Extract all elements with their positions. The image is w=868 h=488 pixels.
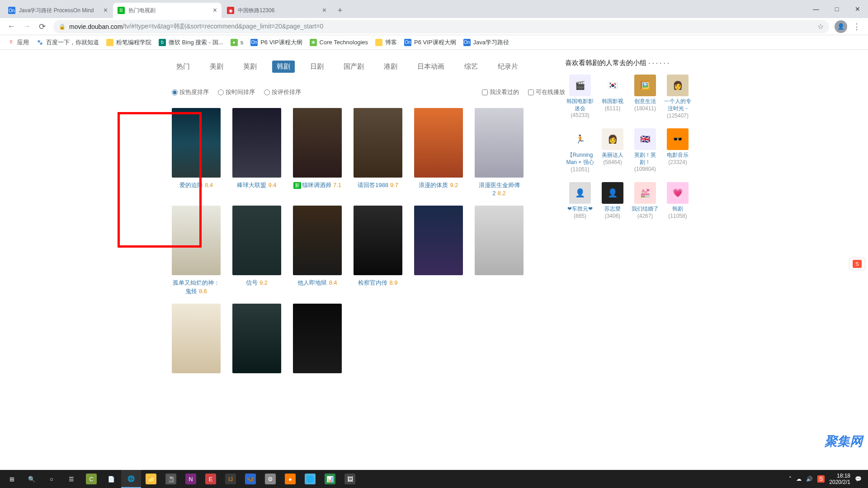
bookmark-star-icon[interactable]: ☆	[817, 22, 824, 31]
sidebar-group[interactable]: 🎬韩国电影影迷会 (45233)	[565, 75, 595, 118]
close-window-button[interactable]: ✕	[847, 0, 868, 18]
tv-card[interactable]: 信号9.2	[232, 206, 281, 295]
tab-close-icon[interactable]: ×	[213, 6, 217, 14]
new-tab-button[interactable]: +	[334, 4, 346, 17]
sidebar-group[interactable]: 💒我们结婚了 (4267)	[630, 182, 660, 219]
bookmark-item[interactable]: 博客	[372, 36, 401, 49]
reload-button[interactable]: ⟳	[34, 19, 50, 34]
card-poster[interactable]	[354, 108, 402, 178]
sort-option[interactable]: 按热度排序	[172, 88, 209, 96]
card-poster[interactable]	[293, 108, 342, 178]
sidebar-group[interactable]: 🖼️创意生活 (180411)	[630, 75, 660, 112]
card-title-link[interactable]: 棒球大联盟	[237, 182, 266, 188]
taskbar-app-button[interactable]: 📁	[141, 470, 161, 488]
filter-playable[interactable]: 可在线播放	[528, 88, 565, 96]
taskbar-app-button[interactable]: ⊞	[2, 470, 22, 488]
category-tab[interactable]: 日本动画	[413, 61, 449, 73]
maximize-button[interactable]: □	[826, 0, 847, 18]
card-title-link[interactable]: 检察官内传	[358, 279, 387, 286]
taskbar-app-button[interactable]: 📓	[161, 470, 181, 488]
tab-close-icon[interactable]: ×	[322, 6, 326, 14]
tv-card[interactable]	[475, 206, 524, 295]
card-poster[interactable]	[172, 206, 221, 275]
taskbar-app-button[interactable]: 📄	[101, 470, 121, 488]
group-name-link[interactable]: 英剧！英剧！	[630, 152, 660, 166]
sidebar-group[interactable]: 👩一个人的专注时光 - 又... (125407)	[663, 75, 693, 119]
tv-card[interactable]	[293, 304, 342, 373]
category-tab[interactable]: 美剧	[205, 61, 228, 73]
card-title-link[interactable]: 信号	[246, 279, 258, 286]
sort-radio[interactable]	[172, 89, 178, 95]
sidebar-group[interactable]: 👤❤车胜元❤ (885)	[565, 182, 595, 219]
tv-card[interactable]	[172, 304, 221, 373]
taskbar-app-button[interactable]: ⚙	[260, 470, 280, 488]
card-title-link[interactable]: 爱的迫降	[179, 182, 203, 188]
taskbar-app-button[interactable]: 📊	[320, 470, 340, 488]
bookmark-item[interactable]: ❀Core Technologies	[306, 36, 372, 49]
bookmark-item[interactable]: OnP6 VIP课程大纲	[401, 36, 459, 49]
group-name-link[interactable]: 电影音乐	[663, 152, 693, 159]
category-tab[interactable]: 英剧	[239, 61, 261, 73]
card-poster[interactable]	[172, 108, 221, 178]
card-poster[interactable]	[232, 108, 281, 178]
tv-card[interactable]: 浪漫医生金师傅28.2	[475, 108, 524, 197]
tv-card[interactable]: 爱的迫降8.4	[172, 108, 221, 197]
tv-card[interactable]: 检察官内传8.9	[354, 206, 402, 295]
tv-card[interactable]	[414, 206, 463, 295]
card-title-link[interactable]: 孤单又灿烂的神：鬼怪	[173, 279, 220, 294]
tray-cloud-icon[interactable]: ☁	[796, 476, 802, 482]
tv-card[interactable]: 新猫咪调酒师7.1	[293, 108, 342, 197]
group-name-link[interactable]: 我们结婚了	[630, 206, 660, 213]
tab-close-icon[interactable]: ×	[104, 6, 108, 14]
group-name-link[interactable]: 【Running Man + 强心脏】	[565, 152, 595, 166]
bookmark-item[interactable]: OnP6 VIP课程大纲	[247, 36, 306, 49]
group-name-link[interactable]: 创意生活	[630, 98, 660, 105]
tv-card[interactable]: 请回答19889.7	[354, 108, 402, 197]
taskbar-app-button[interactable]: IJ	[221, 470, 241, 488]
group-name-link[interactable]: 苏志燮	[598, 206, 627, 213]
browser-tab[interactable]: OnJava学习路径 ProcessOn Mind×	[4, 3, 112, 18]
tray-notifications-icon[interactable]: 💬	[855, 476, 862, 482]
tv-card[interactable]: 孤单又灿烂的神：鬼怪8.6	[172, 206, 221, 295]
tv-card[interactable]: 棒球大联盟9.4	[232, 108, 281, 197]
sidebar-group[interactable]: 🇰🇷韩国影视 (6111)	[598, 75, 627, 112]
filter-playable-checkbox[interactable]	[528, 89, 534, 95]
card-poster[interactable]	[414, 108, 463, 178]
tv-card[interactable]: 他人即地狱8.4	[293, 206, 342, 295]
minimize-button[interactable]: —	[806, 0, 826, 18]
category-tab[interactable]: 韩剧	[272, 61, 295, 73]
sort-option[interactable]: 按评价排序	[264, 88, 301, 96]
card-poster[interactable]	[293, 206, 342, 275]
card-title-link[interactable]: 请回答1988	[358, 182, 388, 188]
bookmark-item[interactable]: ●s	[227, 36, 247, 49]
bookmark-item[interactable]: ⠿应用	[4, 36, 33, 49]
card-poster[interactable]	[232, 304, 281, 373]
group-name-link[interactable]: 韩国影视	[598, 98, 627, 105]
tray-ime-icon[interactable]: S	[817, 475, 825, 483]
tray-clock[interactable]: 18:18 2020/2/1	[829, 473, 850, 486]
card-poster[interactable]	[293, 304, 342, 373]
sidebar-group[interactable]: 👤苏志燮 (3406)	[598, 182, 627, 219]
profile-avatar[interactable]: 👤	[835, 20, 847, 33]
taskbar-app-button[interactable]: E	[201, 470, 221, 488]
card-poster[interactable]	[475, 108, 524, 178]
sidebar-group[interactable]: 🇬🇧英剧！英剧！ (109804)	[630, 128, 660, 172]
back-button[interactable]: ←	[4, 19, 19, 34]
bookmark-item[interactable]: b微软 Bing 搜索 - 国...	[155, 36, 227, 49]
bookmark-item[interactable]: 粉笔编程学院	[103, 36, 155, 49]
tv-card[interactable]: 浪漫的体质9.2	[414, 108, 463, 197]
card-poster[interactable]	[354, 206, 402, 275]
sidebar-group[interactable]: 🏃【Running Man + 强心脏】 (11051)	[565, 128, 595, 173]
sidebar-group[interactable]: 💗韩剧 (11058)	[663, 182, 693, 219]
filter-watched[interactable]: 我没看过的	[482, 88, 519, 96]
taskbar-app-button[interactable]: ●	[280, 470, 300, 488]
category-tab[interactable]: 日剧	[306, 61, 328, 73]
card-poster[interactable]	[414, 206, 463, 275]
taskbar-app-button[interactable]: 🖼	[340, 470, 360, 488]
card-title-link[interactable]: 浪漫的体质	[419, 182, 448, 188]
bookmark-item[interactable]: 🐾百度一下，你就知道	[33, 36, 103, 49]
card-poster[interactable]	[232, 206, 281, 275]
tray-up-icon[interactable]: ˄	[789, 476, 792, 482]
group-name-link[interactable]: 韩剧	[663, 206, 693, 213]
ime-float-button[interactable]: S	[849, 258, 865, 270]
